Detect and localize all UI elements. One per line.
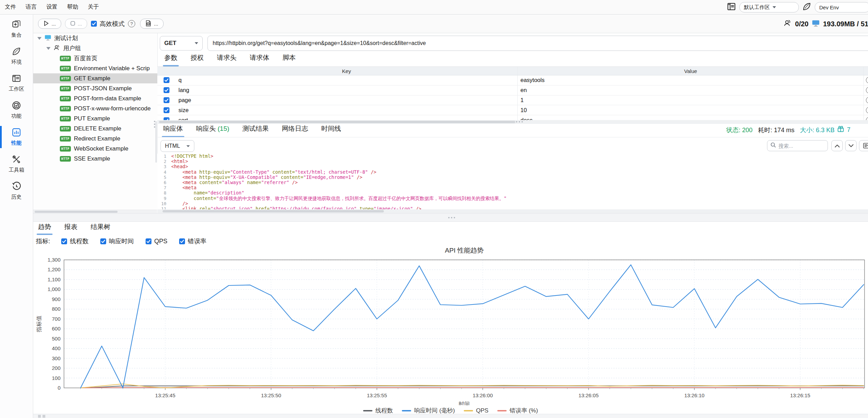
- environment-icon: [802, 2, 811, 12]
- tree-node-label: SSE Example: [74, 155, 110, 162]
- find-prev-button[interactable]: [831, 140, 843, 151]
- csv-button[interactable]: CSV ...: [140, 19, 164, 29]
- tree-node-request[interactable]: HTTPPOST-x-www-form-urlencode: [33, 103, 157, 113]
- tree-vscrollbar[interactable]: [155, 121, 157, 163]
- tab-授权[interactable]: 授权: [191, 53, 204, 66]
- gift-icon[interactable]: [837, 126, 844, 134]
- param-checkbox[interactable]: [164, 117, 169, 120]
- param-key-cell[interactable]: lang: [176, 85, 517, 95]
- param-action-button[interactable]: [866, 97, 868, 103]
- rail-item-集合[interactable]: 集合: [0, 17, 33, 42]
- code-line-content: <html>: [171, 159, 188, 164]
- tree-node-request[interactable]: HTTPPOST-form-data Example: [33, 93, 157, 103]
- code-hscrollbar[interactable]: [157, 209, 868, 213]
- headers-count-badge: (15): [218, 125, 229, 132]
- rail-item-功能[interactable]: 功能: [0, 98, 33, 122]
- param-key-cell[interactable]: sort: [176, 115, 517, 120]
- legend-item-QPS[interactable]: QPS: [464, 407, 488, 414]
- rail-item-历史[interactable]: 历史: [0, 179, 33, 203]
- rail-item-性能[interactable]: 性能: [0, 125, 33, 149]
- workspace-select[interactable]: 默认工作区: [739, 2, 799, 12]
- metric-checkbox[interactable]: [61, 238, 67, 244]
- param-value-cell[interactable]: 1: [517, 96, 864, 105]
- param-checkbox[interactable]: [164, 77, 169, 83]
- tree-node-plan[interactable]: 测试计划: [33, 33, 157, 43]
- menu-item-设置[interactable]: 设置: [46, 3, 57, 11]
- tab-测试结果[interactable]: 测试结果: [242, 124, 269, 137]
- param-value-cell[interactable]: desc: [517, 115, 864, 120]
- param-value-cell[interactable]: 10: [517, 105, 864, 115]
- tab-脚本[interactable]: 脚本: [283, 53, 296, 66]
- tree-node-request[interactable]: HTTP百度首页: [33, 53, 157, 63]
- panel-splitter[interactable]: [33, 213, 868, 222]
- param-checkbox[interactable]: [164, 107, 169, 113]
- rail-item-工作区[interactable]: 工作区: [0, 71, 33, 96]
- params-hscrollbar[interactable]: [157, 120, 868, 124]
- tab-结果树[interactable]: 结果树: [91, 222, 110, 235]
- tab-时间线[interactable]: 时间线: [321, 124, 341, 137]
- workspace-panel-icon[interactable]: [727, 2, 736, 12]
- code-line-content: <meta: [171, 185, 196, 190]
- param-checkbox[interactable]: [164, 87, 169, 93]
- method-select[interactable]: GET: [160, 36, 203, 51]
- menu-item-语言[interactable]: 语言: [26, 3, 37, 11]
- param-key-cell[interactable]: size: [176, 105, 517, 115]
- env-select[interactable]: Dev Env: [815, 2, 868, 12]
- tab-报表[interactable]: 报表: [64, 222, 77, 235]
- param-action-button[interactable]: [866, 87, 868, 93]
- efficient-mode-checkbox[interactable]: [91, 21, 97, 27]
- menu-item-文件[interactable]: 文件: [5, 3, 16, 11]
- param-value-cell[interactable]: easytools: [517, 75, 864, 85]
- tab-请求体[interactable]: 请求体: [250, 53, 269, 66]
- param-action-button[interactable]: [866, 117, 868, 120]
- response-body-code[interactable]: 1<!DOCTYPE html>2<html>3<head>4 <meta ht…: [157, 154, 868, 209]
- tree-node-label: 测试计划: [54, 34, 78, 42]
- tree-node-request[interactable]: HTTPDELETE Example: [33, 124, 157, 134]
- param-value-cell[interactable]: en: [517, 85, 864, 95]
- tab-参数[interactable]: 参数: [164, 53, 177, 66]
- performance-trend-chart: API 性能趋势01002003004005006007008009001,00…: [33, 244, 868, 405]
- tree-node-request[interactable]: HTTPPOST-JSON Example: [33, 83, 157, 93]
- wrap-lines-button[interactable]: [859, 140, 868, 151]
- tab-响应头[interactable]: 响应头 (15): [196, 124, 229, 137]
- tree-node-request[interactable]: HTTPSSE Example: [33, 154, 157, 164]
- param-action-button[interactable]: [866, 77, 868, 83]
- format-select[interactable]: HTML: [160, 140, 194, 152]
- tree-node-request[interactable]: HTTPPUT Example: [33, 113, 157, 124]
- tab-网络日志[interactable]: 网络日志: [282, 124, 308, 137]
- help-icon[interactable]: ?: [128, 20, 135, 27]
- tab-趋势[interactable]: 趋势: [38, 222, 51, 235]
- stop-button[interactable]: ...: [65, 19, 87, 29]
- param-key-cell[interactable]: page: [176, 96, 517, 105]
- rail-item-工具箱[interactable]: 工具箱: [0, 152, 33, 176]
- param-key-cell[interactable]: q: [176, 75, 517, 85]
- metric-checkbox[interactable]: [100, 238, 106, 244]
- tree-node-request[interactable]: HTTPGET Example: [33, 73, 157, 83]
- menu-item-帮助[interactable]: 帮助: [67, 3, 78, 11]
- metric-checkbox[interactable]: [146, 238, 151, 244]
- tree-node-request[interactable]: HTTPEnvironment Variable + Scrip: [33, 63, 157, 73]
- legend-item-线程数[interactable]: 线程数: [363, 407, 393, 415]
- tree-node-request[interactable]: HTTPWebSocket Example: [33, 144, 157, 154]
- run-button[interactable]: ...: [38, 19, 61, 29]
- expand-arrow-icon[interactable]: [46, 47, 50, 50]
- expand-arrow-icon[interactable]: [37, 37, 41, 40]
- tab-响应体[interactable]: 响应体: [163, 124, 183, 137]
- url-input[interactable]: [207, 36, 868, 51]
- tree-hscrollbar[interactable]: [33, 210, 157, 213]
- param-checkbox[interactable]: [164, 97, 169, 103]
- tree-splitter-handle[interactable]: [154, 121, 155, 128]
- legend-item-错误率 (%)[interactable]: 错误率 (%): [497, 407, 538, 415]
- tree-node-usergroup[interactable]: 用户组: [33, 43, 157, 53]
- request-response-splitter[interactable]: [516, 121, 523, 122]
- svg-text:300: 300: [52, 355, 61, 361]
- metric-checkbox[interactable]: [179, 238, 185, 244]
- legend-item-响应时间 (毫秒)[interactable]: 响应时间 (毫秒): [402, 407, 455, 415]
- tree-node-request[interactable]: HTTPRedirect Example: [33, 134, 157, 144]
- tab-请求头[interactable]: 请求头: [217, 53, 237, 66]
- menu-item-关于[interactable]: 关于: [88, 3, 99, 11]
- search-input[interactable]: [778, 143, 820, 149]
- rail-item-环境[interactable]: 环境: [0, 44, 33, 69]
- param-action-button[interactable]: [866, 107, 868, 113]
- find-next-button[interactable]: [845, 140, 857, 151]
